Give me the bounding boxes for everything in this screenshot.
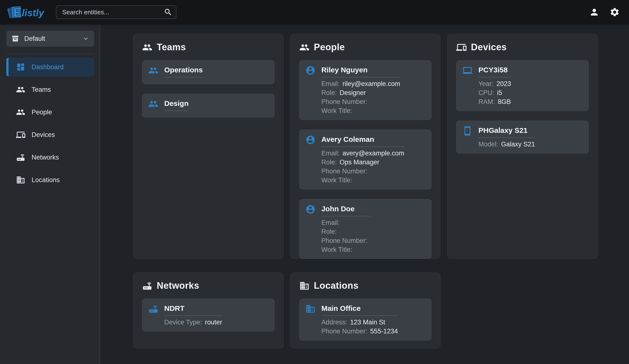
search-bar	[56, 5, 176, 19]
app-logo[interactable]: E listly	[7, 4, 46, 20]
field-phone-number: Phone Number:	[321, 236, 370, 245]
sidebar-item-label: Teams	[32, 86, 51, 94]
field-value: Designer	[340, 89, 366, 96]
field-label: Work Title:	[321, 177, 352, 184]
router-icon	[148, 304, 158, 314]
entity-name: PHGalaxy S21	[478, 125, 535, 134]
teams-card-header: Teams	[142, 42, 275, 52]
settings-button[interactable]	[610, 7, 620, 17]
card-title: People	[314, 42, 345, 52]
logo-text: listly	[22, 7, 44, 18]
field-model: Model:Galaxy S21	[478, 140, 535, 149]
group-icon	[148, 99, 158, 109]
building-icon	[299, 281, 310, 291]
person-item-avery-coleman[interactable]: Avery Coleman Email:avery@example.com Ro…	[299, 130, 432, 189]
network-item-ndrt[interactable]: NDRT Device Type:router	[142, 299, 275, 332]
search-button[interactable]	[164, 8, 172, 16]
team-item-operations[interactable]: Operations	[142, 60, 275, 84]
entity-name: NDRT	[164, 303, 222, 313]
card-grid: Teams Operations Design	[133, 34, 598, 349]
sidebar-item-devices[interactable]: Devices	[6, 125, 94, 144]
search-input[interactable]	[56, 5, 176, 19]
sidebar-item-label: Dashboard	[32, 63, 64, 71]
card-title: Networks	[157, 280, 199, 291]
field-address: Address:123 Main St	[321, 318, 398, 327]
field-value: i5	[497, 89, 502, 96]
field-label: Email:	[321, 80, 340, 87]
field-label: RAM:	[478, 98, 495, 105]
field-label: Role:	[321, 89, 337, 96]
field-work-title: Work Title:	[321, 176, 404, 185]
sidebar-item-teams[interactable]: Teams	[6, 80, 94, 99]
field-role: Role:	[321, 227, 370, 236]
group-icon	[16, 108, 25, 117]
field-role: Role:Ops Manager	[321, 158, 404, 167]
workspace-selector[interactable]: Default	[6, 31, 94, 47]
person-circle-icon	[305, 204, 315, 214]
card-title: Teams	[157, 42, 186, 52]
field-work-title: Work Title:	[321, 106, 400, 115]
entity-body: NDRT Device Type:router	[164, 303, 222, 327]
sidebar-item-people[interactable]: People	[6, 103, 94, 122]
field-email: Email:avery@example.com	[321, 149, 404, 158]
field-phone-number: Phone Number:	[321, 167, 404, 176]
field-label: Phone Number:	[321, 328, 367, 335]
networks-card: Networks NDRT Device Type:router	[133, 272, 284, 349]
sidebar-item-label: People	[32, 109, 52, 116]
field-label: Phone Number:	[321, 237, 367, 244]
entity-name: Design	[164, 98, 188, 108]
field-label: Email:	[321, 219, 340, 226]
building-icon	[305, 304, 315, 314]
field-phone-number: Phone Number:	[321, 97, 400, 106]
entity-body: Riley Nguyen Email:riley@example.com Rol…	[321, 64, 400, 115]
person-circle-icon	[305, 135, 315, 145]
people-card: People Riley Nguyen Email:riley@example.…	[290, 34, 441, 259]
sidebar-item-label: Locations	[32, 176, 60, 184]
sidebar-item-locations[interactable]: Locations	[6, 170, 94, 189]
devices-icon	[16, 130, 25, 139]
field-label: Email:	[321, 150, 340, 157]
team-item-design[interactable]: Design	[142, 94, 275, 118]
laptop-icon	[462, 65, 472, 76]
person-item-riley-nguyen[interactable]: Riley Nguyen Email:riley@example.com Rol…	[299, 60, 432, 120]
field-value: 123 Main St	[350, 319, 385, 326]
group-icon	[148, 65, 158, 76]
gear-icon	[610, 7, 620, 17]
device-item-pcy3i58[interactable]: PCY3i58 Year:2023 CPU:i5 RAM:8GB	[456, 60, 589, 111]
card-title: Locations	[314, 280, 359, 291]
devices-card: Devices PCY3i58 Year:2023 CPU:i5 RAM:8GB	[447, 34, 598, 259]
sidebar-item-dashboard[interactable]: Dashboard	[6, 58, 94, 77]
field-ram: RAM:8GB	[478, 97, 511, 106]
entity-divider	[164, 315, 222, 316]
field-label: Model:	[478, 141, 498, 148]
entity-divider	[478, 137, 535, 138]
person-circle-icon	[305, 65, 315, 76]
entity-divider	[164, 77, 203, 77]
teams-card: Teams Operations Design	[133, 34, 284, 259]
main-content: Teams Operations Design	[100, 24, 629, 364]
card-title: Devices	[471, 42, 506, 52]
entity-body: Avery Coleman Email:avery@example.com Ro…	[321, 134, 404, 185]
entity-divider	[321, 315, 398, 316]
field-value: 555-1234	[370, 328, 398, 335]
field-value: Ops Manager	[340, 159, 379, 166]
location-item-main-office[interactable]: Main Office Address:123 Main St Phone Nu…	[299, 299, 432, 341]
sidebar-item-networks[interactable]: Networks	[6, 148, 94, 167]
locations-card-header: Locations	[299, 280, 432, 291]
entity-body: Main Office Address:123 Main St Phone Nu…	[321, 303, 398, 336]
field-work-title: Work Title:	[321, 245, 370, 254]
field-device-type: Device Type:router	[164, 318, 222, 327]
field-email: Email:	[321, 218, 370, 227]
field-label: Phone Number:	[321, 168, 367, 175]
person-item-john-doe[interactable]: John Doe Email: Role: Phone Number: Work…	[299, 199, 432, 259]
field-label: Work Title:	[321, 246, 352, 253]
device-item-phgalaxy-s21[interactable]: PHGalaxy S21 Model:Galaxy S21	[456, 121, 589, 153]
profile-button[interactable]	[589, 7, 599, 17]
smartphone-icon	[462, 126, 472, 136]
field-label: Role:	[321, 228, 337, 235]
locations-card: Locations Main Office Address:123 Main S…	[290, 272, 441, 349]
field-label: CPU:	[478, 89, 494, 96]
field-value: router	[205, 319, 222, 326]
field-value: riley@example.com	[342, 80, 400, 87]
field-email: Email:riley@example.com	[321, 79, 400, 88]
